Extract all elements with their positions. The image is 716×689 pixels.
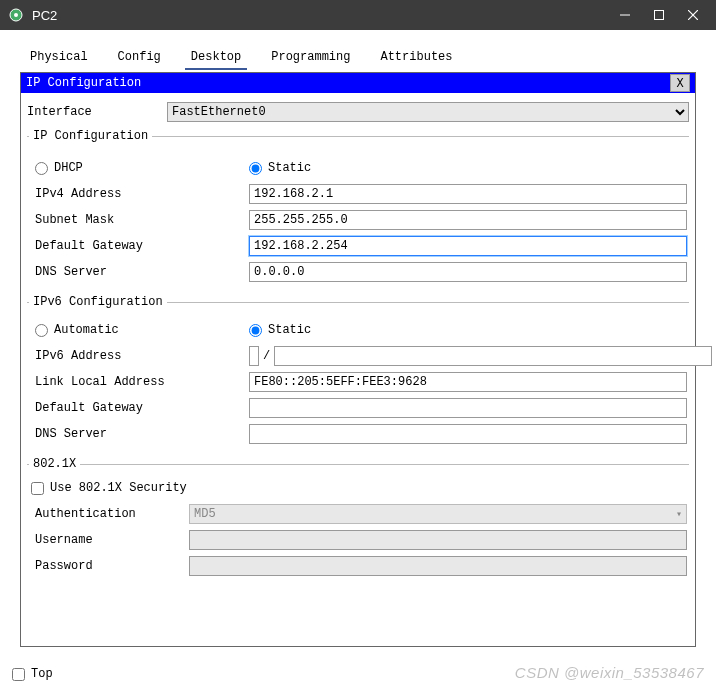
tab-desktop[interactable]: Desktop bbox=[185, 48, 247, 70]
app-icon bbox=[8, 7, 24, 23]
link-local-address-input[interactable] bbox=[249, 372, 687, 392]
default-gateway-input[interactable] bbox=[249, 236, 687, 256]
ipv6-configuration-group: IPv6 Configuration Automatic Static IPv6… bbox=[27, 295, 689, 451]
ipv6-address-label: IPv6 Address bbox=[29, 349, 249, 363]
interface-label: Interface bbox=[27, 105, 167, 119]
ipv6-address-input[interactable] bbox=[249, 346, 259, 366]
password-input bbox=[189, 556, 687, 576]
top-checkbox[interactable] bbox=[12, 668, 25, 681]
ipv6-dns-server-label: DNS Server bbox=[29, 427, 249, 441]
ipv4-address-input[interactable] bbox=[249, 184, 687, 204]
svg-point-1 bbox=[14, 13, 18, 17]
link-local-address-label: Link Local Address bbox=[29, 375, 249, 389]
ipv6-static-label: Static bbox=[268, 323, 311, 337]
use-8021x-checkbox[interactable] bbox=[31, 482, 44, 495]
maximize-button[interactable] bbox=[652, 8, 666, 22]
ipv6-prefix-input[interactable] bbox=[274, 346, 712, 366]
ipv6-configuration-legend: IPv6 Configuration bbox=[29, 295, 167, 309]
dot1x-group: 802.1X Use 802.1X Security Authenticatio… bbox=[27, 457, 689, 583]
dns-server-label: DNS Server bbox=[29, 265, 249, 279]
ipv6-prefix-slash: / bbox=[263, 349, 270, 363]
tab-bar: Physical Config Desktop Programming Attr… bbox=[12, 42, 704, 70]
watermark: CSDN @weixin_53538467 bbox=[515, 664, 704, 681]
static-label: Static bbox=[268, 161, 311, 175]
username-input bbox=[189, 530, 687, 550]
tab-physical[interactable]: Physical bbox=[24, 48, 94, 70]
window-title: PC2 bbox=[32, 8, 618, 23]
titlebar: PC2 bbox=[0, 0, 716, 30]
ipv4-address-label: IPv4 Address bbox=[29, 187, 249, 201]
ip-config-panel: IP Configuration X Interface FastEtherne… bbox=[20, 72, 696, 647]
ipv6-default-gateway-label: Default Gateway bbox=[29, 401, 249, 415]
chevron-down-icon: ▾ bbox=[676, 508, 682, 520]
dns-server-input[interactable] bbox=[249, 262, 687, 282]
body-area: Physical Config Desktop Programming Attr… bbox=[0, 30, 716, 689]
subnet-mask-input[interactable] bbox=[249, 210, 687, 230]
static-radio[interactable] bbox=[249, 162, 262, 175]
tab-config[interactable]: Config bbox=[112, 48, 167, 70]
dialog-content: Interface FastEthernet0 IP Configuration… bbox=[21, 93, 695, 589]
top-label: Top bbox=[31, 667, 53, 681]
username-label: Username bbox=[29, 533, 189, 547]
app-window: PC2 Physical Config Desktop Programming … bbox=[0, 0, 716, 689]
password-label: Password bbox=[29, 559, 189, 573]
automatic-radio[interactable] bbox=[35, 324, 48, 337]
interface-select[interactable]: FastEthernet0 bbox=[167, 102, 689, 122]
default-gateway-label: Default Gateway bbox=[29, 239, 249, 253]
tab-programming[interactable]: Programming bbox=[265, 48, 356, 70]
svg-rect-3 bbox=[655, 11, 664, 20]
ipv6-static-radio[interactable] bbox=[249, 324, 262, 337]
automatic-label: Automatic bbox=[54, 323, 119, 337]
close-button[interactable] bbox=[686, 8, 700, 22]
tab-attributes[interactable]: Attributes bbox=[374, 48, 458, 70]
minimize-button[interactable] bbox=[618, 8, 632, 22]
authentication-select: MD5▾ bbox=[189, 504, 687, 524]
dialog-close-button[interactable]: X bbox=[670, 74, 690, 92]
authentication-label: Authentication bbox=[29, 507, 189, 521]
dhcp-radio[interactable] bbox=[35, 162, 48, 175]
dialog-title: IP Configuration bbox=[26, 76, 670, 90]
subnet-mask-label: Subnet Mask bbox=[29, 213, 249, 227]
use-8021x-label: Use 802.1X Security bbox=[50, 481, 187, 495]
interface-row: Interface FastEthernet0 bbox=[27, 101, 689, 123]
ip-configuration-legend: IP Configuration bbox=[29, 129, 152, 143]
dhcp-label: DHCP bbox=[54, 161, 83, 175]
bottom-bar: Top bbox=[12, 667, 53, 681]
ip-configuration-group: IP Configuration DHCP Static IPv4 Addres… bbox=[27, 129, 689, 289]
dot1x-legend: 802.1X bbox=[29, 457, 80, 471]
ipv6-dns-server-input[interactable] bbox=[249, 424, 687, 444]
ip-config-titlebar: IP Configuration X bbox=[21, 73, 695, 93]
window-controls bbox=[618, 8, 708, 22]
ipv6-default-gateway-input[interactable] bbox=[249, 398, 687, 418]
